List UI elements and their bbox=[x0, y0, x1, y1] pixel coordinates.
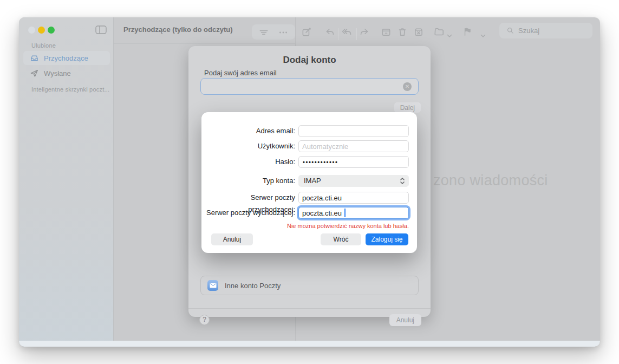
account-type-value: IMAP bbox=[304, 177, 321, 185]
incoming-server-input[interactable] bbox=[298, 192, 409, 204]
server-settings-dialog: Adres email: Użytkownik: Hasło: ••••••••… bbox=[201, 112, 417, 253]
dialog-divider bbox=[188, 308, 431, 309]
sidebar: Ulubione Przychodzące Wysłane I bbox=[19, 17, 114, 347]
help-button[interactable]: ? bbox=[199, 315, 210, 325]
login-button[interactable]: Zaloguj się bbox=[366, 233, 408, 245]
sidebar-item-sent[interactable]: Wysłane bbox=[23, 66, 110, 80]
sidebar-item-inbox[interactable]: Przychodzące bbox=[23, 51, 110, 65]
outgoing-server-input[interactable] bbox=[298, 207, 409, 219]
password-input[interactable]: •••••••••••• bbox=[298, 156, 409, 168]
back-button[interactable]: Wróć bbox=[321, 233, 361, 245]
sidebar-item-label: Wysłane bbox=[44, 69, 71, 77]
toggle-sidebar-icon[interactable] bbox=[95, 25, 107, 35]
filter-icon[interactable] bbox=[258, 27, 269, 38]
username-input[interactable] bbox=[298, 140, 409, 152]
cancel-button[interactable]: Anuluj bbox=[211, 233, 253, 245]
error-message: Nie można potwierdzić nazwy konta lub ha… bbox=[287, 223, 409, 229]
no-messages-text: zono wiadomości bbox=[433, 172, 548, 189]
stepper-chevrons-icon bbox=[400, 177, 405, 185]
reply-all-icon[interactable] bbox=[341, 27, 352, 37]
other-account-label: Inne konto Poczty bbox=[225, 282, 281, 290]
search-placeholder: Szukaj bbox=[518, 27, 539, 35]
screenshot-stage: Ulubione Przychodzące Wysłane I bbox=[0, 0, 619, 364]
clear-field-icon[interactable]: ✕ bbox=[403, 82, 412, 91]
move-to-folder-icon[interactable] bbox=[434, 27, 445, 37]
forward-icon[interactable] bbox=[359, 27, 370, 37]
compose-icon[interactable] bbox=[301, 27, 312, 37]
window-bottom-edge bbox=[19, 341, 600, 347]
window-title: Przychodzące (tylko do odczytu) bbox=[123, 25, 233, 34]
chevron-down-icon[interactable] bbox=[447, 30, 452, 34]
close-window-button[interactable] bbox=[28, 27, 35, 34]
flag-icon[interactable] bbox=[462, 27, 473, 37]
email-prompt-label: Podaj swój adres email bbox=[204, 69, 277, 77]
minimize-window-button[interactable] bbox=[38, 27, 45, 34]
field-label: Użytkownik: bbox=[203, 140, 295, 152]
add-account-dialog: Dodaj konto Podaj swój adres email ✕ Dal… bbox=[188, 46, 431, 317]
paper-plane-icon bbox=[30, 69, 39, 78]
dialog-cancel-button[interactable]: Anuluj bbox=[389, 314, 421, 326]
toolbar-separator bbox=[338, 28, 339, 40]
account-email-input[interactable] bbox=[298, 125, 409, 137]
sidebar-smart-mailboxes-header[interactable]: Inteligentne skrzynki poczt... bbox=[31, 86, 109, 93]
text-cursor bbox=[344, 209, 346, 217]
toolbar-separator bbox=[356, 28, 357, 40]
toolbar-bottom-border bbox=[114, 43, 295, 44]
mail-window: Ulubione Przychodzące Wysłane I bbox=[19, 17, 600, 347]
junk-icon[interactable] bbox=[413, 27, 424, 37]
dialog-title: Dodaj konto bbox=[188, 55, 431, 66]
field-label: Adres email: bbox=[203, 125, 295, 137]
other-mail-account-row[interactable]: Inne konto Poczty bbox=[200, 276, 419, 295]
reply-icon[interactable] bbox=[324, 27, 335, 37]
next-button[interactable]: Dalej bbox=[394, 102, 421, 113]
zoom-window-button[interactable] bbox=[48, 27, 55, 34]
chevron-down-icon[interactable] bbox=[480, 30, 486, 34]
search-icon bbox=[506, 27, 514, 35]
sidebar-item-label: Przychodzące bbox=[44, 54, 88, 62]
field-label: Hasło: bbox=[203, 156, 295, 168]
account-type-select[interactable]: IMAP bbox=[298, 175, 409, 187]
field-label: Typ konta: bbox=[203, 175, 295, 187]
mail-app-icon bbox=[207, 280, 218, 291]
inbox-icon bbox=[30, 54, 39, 63]
email-address-input[interactable] bbox=[200, 78, 419, 95]
sidebar-favorites-header: Ulubione bbox=[31, 42, 56, 49]
archive-icon[interactable] bbox=[381, 27, 392, 37]
search-field[interactable]: Szukaj bbox=[499, 23, 592, 38]
trash-icon[interactable] bbox=[397, 27, 408, 37]
more-options-icon[interactable] bbox=[278, 27, 289, 38]
field-label: Serwer poczty wychodzącej: bbox=[203, 207, 295, 219]
